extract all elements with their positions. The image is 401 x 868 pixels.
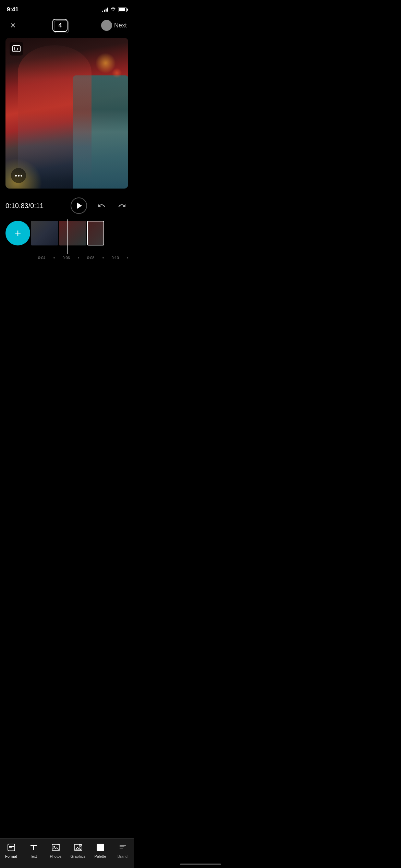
timeline-section: 0:10.83/0:11 + — [0, 192, 134, 262]
close-button[interactable] — [7, 19, 19, 32]
more-options-button[interactable] — [11, 168, 26, 183]
time-counter: 0:10.83/0:11 — [5, 202, 44, 210]
battery-icon — [118, 8, 127, 12]
timeline-timestamps: 0:04 0:06 0:08 0:10 — [5, 254, 128, 262]
add-clip-button[interactable]: + — [5, 221, 30, 245]
next-label: Next — [114, 22, 127, 29]
status-time: 9:41 — [7, 6, 19, 13]
stamp-dot-2 — [102, 257, 104, 258]
layer-count-number: 4 — [58, 22, 62, 29]
next-button[interactable]: Next — [101, 20, 127, 31]
lightroom-icon: Lr — [12, 45, 21, 52]
playback-controls[interactable] — [71, 197, 128, 214]
play-button[interactable] — [71, 197, 87, 214]
timeline-clip-2[interactable] — [59, 221, 86, 245]
timestamp-3: 0:10 — [105, 256, 126, 260]
stamp-dot-1 — [78, 257, 79, 258]
stamp-dot-0 — [53, 257, 55, 258]
timestamp-1: 0:06 — [56, 256, 77, 260]
redo-button[interactable] — [116, 200, 128, 212]
avatar — [101, 20, 112, 31]
undo-button[interactable] — [95, 200, 108, 212]
status-bar: 9:41 — [0, 0, 134, 16]
timestamp-2: 0:08 — [81, 256, 101, 260]
timeline-playhead — [67, 219, 68, 254]
timeline-clip-3[interactable] — [87, 221, 104, 245]
timeline-track[interactable]: + — [5, 219, 128, 254]
timeline-clip-1[interactable] — [31, 221, 58, 245]
timestamp-0: 0:04 — [32, 256, 52, 260]
signal-icon — [102, 8, 108, 12]
layer-count-badge[interactable]: 4 — [52, 19, 68, 32]
play-icon — [77, 203, 82, 209]
image-preview: Lr — [5, 38, 128, 189]
lightroom-badge: Lr — [10, 42, 23, 56]
status-icons — [102, 7, 127, 12]
stamp-dot-3 — [127, 257, 128, 258]
time-display: 0:10.83/0:11 — [5, 197, 128, 214]
more-dots-icon — [15, 175, 22, 177]
top-nav: 4 Next — [0, 16, 134, 34]
wifi-icon — [110, 7, 116, 12]
